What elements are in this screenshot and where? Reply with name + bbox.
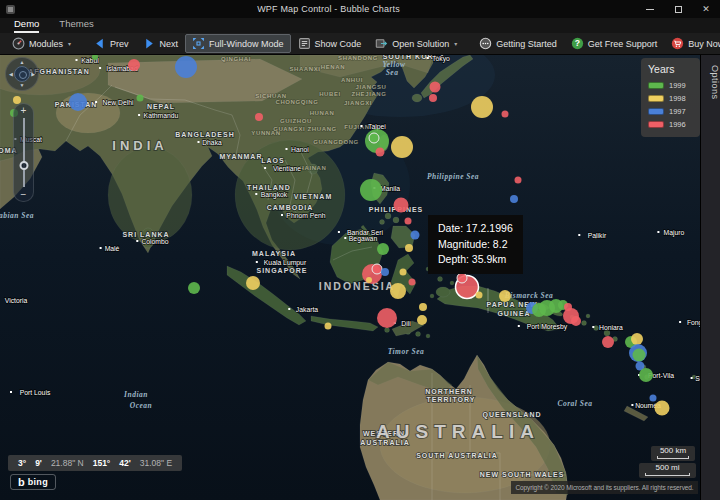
earthquake-bubble-1996[interactable] — [394, 198, 409, 213]
lon-degrees: 151° — [93, 458, 111, 468]
earthquake-bubble-1999[interactable] — [639, 368, 653, 382]
minimize-button[interactable] — [636, 0, 664, 18]
pan-control[interactable]: ▲ ▼ ◀ ▶ — [5, 57, 39, 91]
pan-left-icon[interactable]: ◀ — [9, 72, 13, 77]
earthquake-bubble-1996[interactable] — [128, 59, 140, 71]
city-dot — [281, 214, 283, 216]
earthquake-bubble-1996[interactable] — [376, 148, 385, 157]
zoom-thumb[interactable] — [19, 161, 28, 170]
earthquake-bubble-1998[interactable] — [391, 136, 413, 158]
map-label: Bangkok — [261, 191, 288, 199]
earthquake-bubble-1996[interactable] — [515, 177, 522, 184]
earthquake-bubble-1998[interactable] — [631, 333, 643, 345]
map-label: CHONGQING — [275, 99, 318, 105]
earthquake-bubble-1996[interactable] — [377, 308, 397, 328]
map-label: SINGAPORE — [256, 267, 307, 274]
earthquake-bubble-1996[interactable] — [255, 113, 263, 121]
scale-bracket — [645, 473, 690, 476]
earthquake-bubble-1996[interactable] — [571, 316, 581, 326]
earthquake-bubble-1998[interactable] — [366, 277, 372, 283]
city-dot — [198, 141, 200, 143]
earthquake-bubble-1996[interactable] — [502, 111, 509, 118]
earthquake-bubble-1998[interactable] — [417, 315, 427, 325]
app-icon — [6, 5, 15, 14]
tooltip-depth: Depth: 35.9km — [438, 252, 513, 268]
earthquake-bubble-1997[interactable] — [381, 268, 389, 276]
earthquake-bubble-1998[interactable] — [405, 244, 413, 252]
earthquake-bubble-1998[interactable] — [400, 269, 407, 276]
earthquake-bubble-1998[interactable] — [471, 96, 493, 118]
earthquake-bubble-1999[interactable] — [633, 349, 646, 362]
options-tab[interactable]: Options — [701, 57, 720, 108]
toolbar: Modules ▾ Prev Next Full-Window Mode Sho… — [0, 33, 720, 55]
next-button[interactable]: Next — [136, 34, 186, 53]
zoom-in-button[interactable]: + — [21, 104, 27, 117]
earthquake-bubble-1996[interactable] — [602, 336, 614, 348]
get-free-support-label: Get Free Support — [588, 39, 658, 49]
zoom-out-button[interactable]: − — [21, 188, 27, 201]
earthquake-bubble-1996[interactable] — [457, 273, 467, 283]
pan-up-icon[interactable]: ▲ — [20, 60, 25, 65]
city-dot — [264, 167, 266, 169]
earthquake-bubble-1998[interactable] — [476, 292, 483, 299]
open-solution-button[interactable]: Open Solution ▾ — [368, 34, 464, 53]
zoom-track[interactable] — [23, 118, 25, 187]
earthquake-bubble-1998[interactable] — [499, 290, 511, 302]
earthquake-bubble-1997[interactable] — [510, 195, 518, 203]
earthquake-bubble-1997[interactable] — [411, 231, 420, 240]
show-code-label: Show Code — [315, 39, 362, 49]
city-dot — [286, 148, 288, 150]
map-label: HENAN — [321, 64, 345, 70]
zoom-slider[interactable]: + − — [13, 103, 34, 202]
scale-km-label: 500 km — [651, 446, 695, 456]
earthquake-bubble-1998[interactable] — [325, 323, 332, 330]
map-label: GUIZHOU — [280, 118, 312, 124]
earthquake-bubble-1996[interactable] — [372, 264, 382, 274]
pan-right-icon[interactable]: ▶ — [31, 72, 35, 77]
earthquake-bubble-1998[interactable] — [419, 303, 427, 311]
close-button[interactable]: ✕ — [692, 0, 720, 18]
tab-demo[interactable]: Demo — [14, 18, 39, 33]
earthquake-bubble-1998[interactable] — [390, 283, 406, 299]
earthquake-bubble-1998[interactable] — [655, 401, 670, 416]
earthquake-bubble-1997[interactable] — [650, 395, 657, 402]
earthquake-bubble-1999[interactable] — [137, 95, 144, 102]
earthquake-bubble-1996[interactable] — [405, 218, 412, 225]
scale-bar-mi: 500 mi — [639, 463, 696, 478]
bubble-tooltip: Date: 17.2.1996 Magnitude: 8.2 Depth: 35… — [428, 215, 523, 274]
lon-minutes: 42' — [119, 458, 130, 468]
maximize-button[interactable] — [664, 0, 692, 18]
earthquake-bubble-1998[interactable] — [246, 276, 260, 290]
earthquake-bubble-1999[interactable] — [360, 179, 382, 201]
getting-started-button[interactable]: Getting Started — [472, 34, 564, 53]
city-dot — [360, 125, 362, 127]
earthquake-bubble-1999[interactable] — [377, 243, 389, 255]
legend-swatch-1999 — [648, 82, 664, 89]
tab-themes[interactable]: Themes — [59, 18, 93, 33]
earthquake-bubble-1999[interactable] — [188, 282, 200, 294]
legend-label: 1997 — [669, 107, 686, 116]
earthquake-bubble-1996[interactable] — [430, 82, 441, 93]
earthquake-bubble-1997[interactable] — [175, 56, 197, 78]
prev-button[interactable]: Prev — [86, 34, 136, 53]
map-label: JIANGSU — [356, 84, 387, 90]
earthquake-bubble-1996[interactable] — [429, 94, 437, 102]
earthquake-bubble-1996[interactable] — [409, 279, 416, 286]
city-dot — [344, 237, 346, 239]
scale-bar-km: 500 km — [651, 446, 695, 461]
earthquake-bubble-1999[interactable] — [369, 133, 379, 143]
map-canvas[interactable]: AFGHANISTANPAKISTANNEPALBANGLADESHMYANMA… — [0, 55, 700, 500]
titlebar: WPF Map Control - Bubble Charts ✕ — [0, 0, 720, 18]
full-window-mode-button[interactable]: Full-Window Mode — [185, 34, 291, 53]
get-free-support-button[interactable]: ? Get Free Support — [564, 34, 665, 53]
map-label: INDIA — [112, 138, 167, 153]
map-label: LAOS — [261, 157, 284, 164]
city-dot — [338, 231, 340, 233]
buy-now-button[interactable]: Buy Now — [664, 34, 720, 53]
pan-down-icon[interactable]: ▼ — [20, 83, 25, 88]
earthquake-bubble-1997[interactable] — [69, 93, 87, 111]
show-code-button[interactable]: Show Code — [291, 34, 369, 53]
map-label: Colombo — [141, 238, 168, 245]
modules-button[interactable]: Modules ▾ — [5, 34, 78, 53]
map-label: BANGLADESH — [175, 131, 234, 138]
